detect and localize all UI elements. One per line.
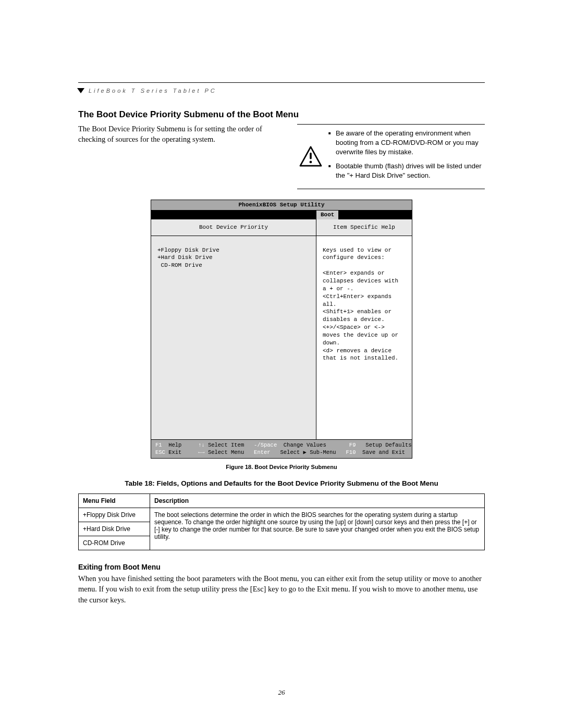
th-menu-field: Menu Field <box>79 494 150 508</box>
section-title: The Boot Device Priority Submenu of the … <box>78 109 485 120</box>
bios-screenshot: PhoenixBIOS Setup Utility Boot Boot Devi… <box>151 200 412 459</box>
exiting-heading: Exiting from Boot Menu <box>78 563 485 571</box>
bios-left-heading: Boot Device Priority <box>151 219 316 236</box>
caution-icon <box>299 129 322 184</box>
table-caption: Table 18: Fields, Options and Defaults f… <box>78 479 485 487</box>
caution-box: Be aware of the operating environment wh… <box>297 124 485 189</box>
bios-device: +Hard Disk Drive <box>157 254 310 262</box>
caution-list: Be aware of the operating environment wh… <box>328 129 483 184</box>
fields-table: Menu Field Description +Floppy Disk Driv… <box>78 493 485 550</box>
figure-caption: Figure 18. Boot Device Priority Submenu <box>78 464 485 470</box>
table-row-field: +Floppy Disk Drive <box>79 508 150 522</box>
section-intro: The Boot Device Priority Submenu is for … <box>78 124 276 189</box>
product-line: LifeBook T Series Tablet PC <box>89 88 217 94</box>
table-description: The boot selections determine the order … <box>150 508 485 550</box>
bios-device: +Floppy Disk Drive <box>157 246 310 254</box>
page-header: LifeBook T Series Tablet PC <box>78 88 485 94</box>
bios-help-text: Keys used to view or configure devices: … <box>316 236 412 377</box>
table-row-field: +Hard Disk Drive <box>79 522 150 536</box>
bios-tab-bar: Boot <box>151 211 412 219</box>
bios-device: CD-ROM Drive <box>157 262 310 269</box>
exiting-body: When you have finished setting the boot … <box>78 573 485 605</box>
caution-item: Bootable thumb (flash) drives will be li… <box>328 162 483 180</box>
bios-right-heading: Item Specific Help <box>316 219 412 236</box>
th-description: Description <box>150 494 485 508</box>
page-number: 26 <box>0 688 563 697</box>
bios-title: PhoenixBIOS Setup Utility <box>151 200 412 211</box>
svg-rect-0 <box>310 153 312 159</box>
arrow-down-icon <box>77 88 84 93</box>
bios-tab-boot: Boot <box>316 211 338 219</box>
caution-item: Be aware of the operating environment wh… <box>328 129 483 157</box>
top-rule <box>78 82 485 83</box>
bios-footer: F1 Help ↑↓ Select Item -/Space Change Va… <box>151 439 412 458</box>
svg-point-1 <box>310 161 312 164</box>
bios-device-list: +Floppy Disk Drive +Hard Disk Drive CD-R… <box>151 236 316 439</box>
table-row-field: CD-ROM Drive <box>79 536 150 550</box>
